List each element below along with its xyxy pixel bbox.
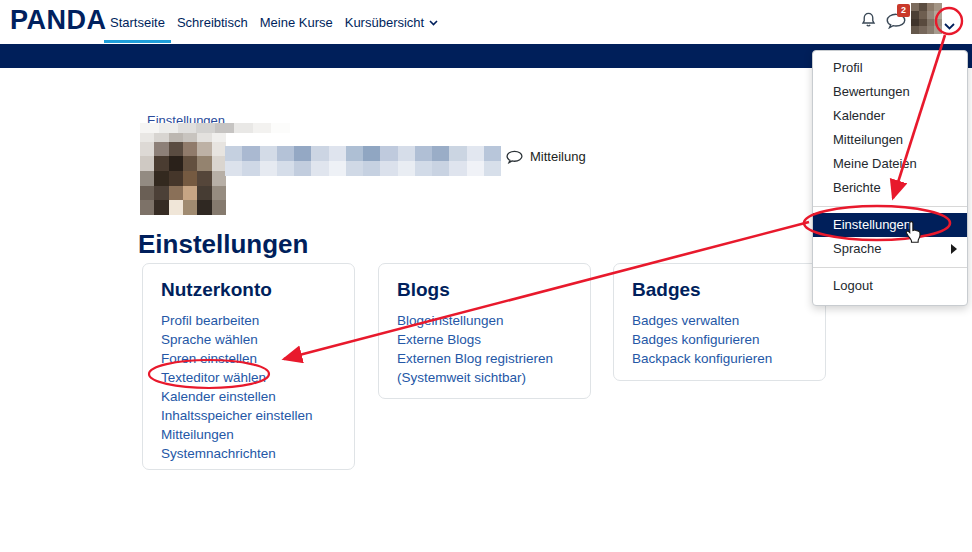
name-pixel xyxy=(346,161,363,176)
user-menu-item[interactable]: Mitteilungen xyxy=(813,128,967,152)
name-pixel xyxy=(484,146,501,161)
card-link[interactable]: (Systemweit sichtbar) xyxy=(397,370,526,385)
profile-avatar-blurred xyxy=(140,127,226,215)
nav-item[interactable]: Schreibtisch xyxy=(171,0,254,44)
blur-pixel xyxy=(178,123,197,133)
card-link[interactable]: Texteditor wählen xyxy=(161,370,266,385)
page-title: Einstellungen xyxy=(138,229,308,260)
send-message-button[interactable]: Mitteilung xyxy=(506,149,586,164)
user-menu-item[interactable]: Logout xyxy=(813,274,967,298)
avatar-pixel xyxy=(911,3,919,11)
nav-item-label: Kursübersicht xyxy=(345,15,424,30)
card-nutzerkonto: Nutzerkonto Profil bearbeitenSprache wäh… xyxy=(142,263,355,470)
avatar-pixel xyxy=(183,156,197,171)
card-link[interactable]: Systemnachrichten xyxy=(161,446,276,461)
card-link[interactable]: Externe Blogs xyxy=(397,332,481,347)
nav-item[interactable]: Kursübersicht xyxy=(339,0,444,44)
avatar-pixel xyxy=(140,171,154,186)
avatar-pixel xyxy=(154,200,168,215)
user-menu-item[interactable]: Profil xyxy=(813,56,967,80)
list-item: Badges konfigurieren xyxy=(632,330,807,349)
primary-nav: Startseite Schreibtisch Meine Kurse Kurs… xyxy=(104,0,444,44)
card-link[interactable]: Backpack konfigurieren xyxy=(632,351,772,366)
user-menu-item[interactable]: Berichte xyxy=(813,176,967,200)
avatar-pixel xyxy=(197,200,211,215)
list-item: Externe Blogs xyxy=(397,330,572,349)
user-menu-item[interactable]: Einstellungen xyxy=(813,213,967,237)
menu-divider xyxy=(813,206,967,207)
list-item: Blogeinstellungen xyxy=(397,311,572,330)
user-menu-item-label: Mitteilungen xyxy=(833,132,903,147)
user-menu-item-label: Kalender xyxy=(833,108,885,123)
user-menu-item[interactable]: Meine Dateien xyxy=(813,152,967,176)
name-pixel xyxy=(311,146,328,161)
top-header: PANDA Startseite Schreibtisch Meine Kurs… xyxy=(0,0,972,44)
user-menu-chevron-icon[interactable] xyxy=(944,16,955,34)
card-link[interactable]: Badges verwalten xyxy=(632,313,739,328)
user-menu-item-label: Meine Dateien xyxy=(833,156,917,171)
avatar-pixel xyxy=(183,142,197,157)
name-pixel xyxy=(363,146,380,161)
list-item: Foren einstellen xyxy=(161,349,336,368)
card-title: Nutzerkonto xyxy=(161,279,336,301)
card-link[interactable]: Sprache wählen xyxy=(161,332,258,347)
notifications-bell-icon[interactable] xyxy=(859,11,878,34)
list-item: Backpack konfigurieren xyxy=(632,349,807,368)
chevron-down-icon xyxy=(429,20,438,26)
avatar-pixel xyxy=(169,200,183,215)
user-menu-item-label: Logout xyxy=(833,278,873,293)
card-link[interactable]: Externen Blog registrieren xyxy=(397,351,553,366)
avatar-pixel xyxy=(911,26,919,34)
card-link-list: Profil bearbeitenSprache wählenForen ein… xyxy=(161,311,336,463)
card-link[interactable]: Blogeinstellungen xyxy=(397,313,504,328)
name-pixel xyxy=(277,146,294,161)
name-pixel xyxy=(294,161,311,176)
list-item: Texteditor wählen xyxy=(161,368,336,387)
user-menu-item-label: Sprache xyxy=(833,241,881,256)
name-pixel xyxy=(467,146,484,161)
name-pixel xyxy=(432,146,449,161)
list-item: Externen Blog registrieren xyxy=(397,349,572,368)
nav-item[interactable]: Startseite xyxy=(104,0,171,44)
list-item: Profil bearbeiten xyxy=(161,311,336,330)
avatar-pixel xyxy=(197,156,211,171)
card-link[interactable]: Mitteilungen xyxy=(161,427,234,442)
send-message-label: Mitteilung xyxy=(530,149,586,164)
card-link[interactable]: Inhaltsspeicher einstellen xyxy=(161,408,313,423)
avatar-pixel xyxy=(140,142,154,157)
nav-item-label: Schreibtisch xyxy=(177,15,248,30)
name-pixel xyxy=(363,161,380,176)
avatar-pixel xyxy=(927,11,935,19)
message-bubble-icon xyxy=(506,150,523,164)
avatar-pixel xyxy=(169,171,183,186)
avatar-pixel xyxy=(197,186,211,201)
avatar-pixel xyxy=(169,156,183,171)
user-menu-item[interactable]: Kalender xyxy=(813,104,967,128)
user-menu-item[interactable]: Bewertungen xyxy=(813,80,967,104)
name-pixel xyxy=(294,146,311,161)
avatar-pixel xyxy=(911,19,919,27)
avatar-pixel xyxy=(927,19,935,27)
panda-logo[interactable]: PANDA xyxy=(10,5,107,36)
card-link[interactable]: Foren einstellen xyxy=(161,351,257,366)
name-pixel xyxy=(432,161,449,176)
card-link[interactable]: Badges konfigurieren xyxy=(632,332,760,347)
blur-pixel xyxy=(196,123,215,133)
avatar-pixel xyxy=(212,200,226,215)
card-badges: Badges Badges verwaltenBadges konfigurie… xyxy=(613,263,826,381)
card-link[interactable]: Kalender einstellen xyxy=(161,389,276,404)
avatar-pixel xyxy=(919,19,927,27)
name-pixel xyxy=(242,161,259,176)
avatar-pixel xyxy=(934,26,942,34)
blur-pixel xyxy=(140,123,159,133)
name-pixel xyxy=(329,161,346,176)
card-link[interactable]: Profil bearbeiten xyxy=(161,313,259,328)
avatar-pixel xyxy=(169,142,183,157)
nav-item[interactable]: Meine Kurse xyxy=(254,0,339,44)
list-item: Inhaltsspeicher einstellen xyxy=(161,406,336,425)
user-menu-item[interactable]: Sprache xyxy=(813,237,967,261)
user-avatar[interactable] xyxy=(911,3,942,34)
avatar-pixel xyxy=(212,186,226,201)
avatar-pixel xyxy=(934,19,942,27)
name-pixel xyxy=(449,161,466,176)
